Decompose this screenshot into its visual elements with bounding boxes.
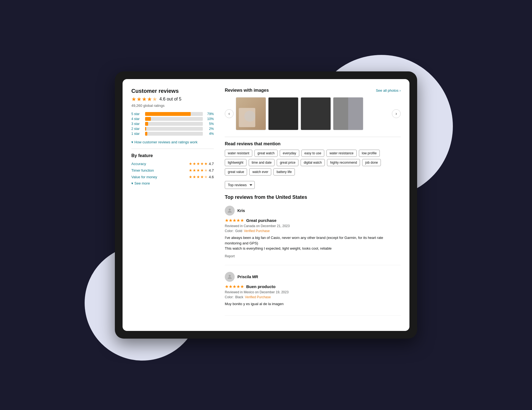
feature-star: ★: [200, 175, 204, 179]
feature-row: Accuracy ★★★★★ 4.7: [131, 161, 214, 166]
reviews-section-title: Customer reviews: [131, 88, 214, 94]
how-ratings-text: How customer reviews and ratings work: [134, 140, 198, 144]
pct-label: 4%: [205, 132, 214, 136]
feature-score: 4.7: [209, 162, 214, 166]
rating-label[interactable]: 3 star: [131, 122, 143, 126]
feature-star: ★: [189, 168, 192, 172]
feature-name[interactable]: Accuracy: [131, 162, 146, 166]
review-color-row: Color: Gold Verified Purchase: [225, 229, 401, 233]
right-column: Reviews with images See all photos › ‹: [225, 88, 401, 322]
overall-rating: ★ ★ ★ ★ ★ 4.6 out of 5: [131, 96, 214, 102]
bar-track: [145, 112, 203, 116]
mention-tag[interactable]: battery life: [273, 168, 295, 175]
rating-row[interactable]: 1 star 4%: [131, 132, 214, 136]
report-link[interactable]: Report: [225, 254, 235, 258]
review-body: Muy bonito y es igual al de la imagen: [225, 301, 401, 307]
rating-bars: 5 star 79% 4 star 10% 3 star 5% 2 star 2…: [131, 112, 214, 136]
star-2: ★: [137, 96, 142, 102]
feature-stars: ★★★★★: [189, 161, 208, 166]
rating-label[interactable]: 1 star: [131, 132, 143, 136]
avatar: [225, 272, 235, 282]
read-reviews-section: Read reviews that mention water resistan…: [225, 141, 401, 175]
review-stars: ★★★★★: [225, 218, 244, 223]
feature-rating: ★★★★★ 4.6: [189, 175, 214, 179]
mention-tag[interactable]: digital watch: [301, 159, 325, 166]
mention-tag[interactable]: lightweight: [225, 159, 246, 166]
feature-rating: ★★★★★ 4.7: [189, 161, 214, 166]
feature-stars: ★★★★★: [189, 168, 208, 172]
mention-tag[interactable]: low profile: [359, 150, 380, 157]
review-body: I've always been a big fan of Casio, nev…: [225, 235, 401, 251]
feature-star: ★: [229, 284, 232, 289]
mention-tag[interactable]: great price: [277, 159, 298, 166]
overall-stars: ★ ★ ★ ★ ★: [131, 96, 157, 102]
mention-tag[interactable]: highly recommend: [327, 159, 360, 166]
rating-row[interactable]: 4 star 10%: [131, 117, 214, 121]
rating-label[interactable]: 5 star: [131, 112, 143, 116]
mention-tag[interactable]: great value: [225, 168, 247, 175]
feature-star: ★: [240, 284, 244, 289]
how-ratings-link[interactable]: How customer reviews and ratings work: [131, 140, 214, 144]
mention-tag[interactable]: job done: [362, 159, 381, 166]
reviewer-name: Priscila MR: [237, 275, 258, 279]
feature-star-half: ★: [204, 175, 208, 179]
reviewer-header: Priscila MR: [225, 272, 401, 282]
feature-star: ★: [196, 161, 200, 166]
by-feature-title: By feature: [131, 153, 214, 158]
color-value: Gold: [235, 229, 242, 233]
feature-star: ★: [225, 218, 229, 223]
feature-star: ★: [232, 218, 236, 223]
feature-name[interactable]: Value for money: [131, 175, 157, 179]
see-all-photos-link[interactable]: See all photos ›: [376, 88, 401, 93]
mention-tag[interactable]: great watch: [254, 150, 278, 157]
see-more-label: See more: [134, 181, 150, 185]
review-item: Priscila MR ★★★★★ Buen producto Reviewed…: [225, 272, 401, 316]
feature-rating: ★★★★★ 4.7: [189, 168, 214, 172]
feature-star: ★: [196, 168, 200, 172]
chevron-down-icon: [131, 181, 133, 185]
mention-tag[interactable]: everyday: [280, 150, 299, 157]
review-image-4[interactable]: [333, 97, 363, 130]
carousel-next-button[interactable]: ›: [392, 109, 401, 118]
bar-track: [145, 117, 203, 121]
carousel-prev-button[interactable]: ‹: [225, 109, 234, 118]
rating-label[interactable]: 4 star: [131, 117, 143, 121]
reviews-with-images-header: Reviews with images See all photos ›: [225, 88, 401, 93]
rating-label[interactable]: 2 star: [131, 127, 143, 131]
mention-tag[interactable]: water resistant: [225, 150, 252, 157]
review-title: Buen producto: [246, 284, 276, 289]
divider-1: [131, 149, 214, 149]
see-more-button[interactable]: See more: [131, 181, 150, 185]
review-color-row: Color: Black Verified Purchase: [225, 295, 401, 299]
mention-tag[interactable]: time and date: [249, 159, 275, 166]
sort-dropdown: Top reviews Most recent: [225, 181, 401, 189]
bar-fill: [145, 127, 146, 131]
feature-rows: Accuracy ★★★★★ 4.7 Timer function ★★★★★ …: [131, 161, 214, 179]
feature-star: ★: [189, 175, 192, 179]
rating-row[interactable]: 2 star 2%: [131, 127, 214, 131]
feature-star: ★: [232, 284, 236, 289]
pct-label: 5%: [205, 122, 214, 126]
mention-tag[interactable]: watch ever: [249, 168, 271, 175]
pct-label: 79%: [205, 112, 214, 116]
color-label: Color:: [225, 295, 234, 299]
mention-tag[interactable]: water resistance: [326, 150, 356, 157]
mention-tags: water resistantgreat watcheverydayeasy t…: [225, 150, 401, 175]
sort-select[interactable]: Top reviews Most recent: [225, 181, 255, 189]
review-item: Kris ★★★★★ Great purchase Reviewed in Ca…: [225, 206, 401, 265]
review-image-2[interactable]: [268, 97, 298, 130]
svg-point-0: [229, 209, 231, 211]
mention-tag[interactable]: easy to use: [301, 150, 324, 157]
reviewer-header: Kris: [225, 206, 401, 216]
feature-star: ★: [240, 218, 244, 223]
review-stars-row: ★★★★★ Buen producto: [225, 284, 401, 289]
rating-row[interactable]: 5 star 79%: [131, 112, 214, 116]
pct-label: 2%: [205, 127, 214, 131]
color-label: Color:: [225, 229, 234, 233]
feature-name[interactable]: Timer function: [131, 168, 154, 172]
feature-score: 4.7: [209, 168, 214, 172]
review-image-3[interactable]: [301, 97, 331, 130]
rating-row[interactable]: 3 star 5%: [131, 122, 214, 126]
review-meta: Reviewed in Mexico on December 19, 2023: [225, 290, 401, 294]
review-image-1[interactable]: [236, 97, 266, 130]
